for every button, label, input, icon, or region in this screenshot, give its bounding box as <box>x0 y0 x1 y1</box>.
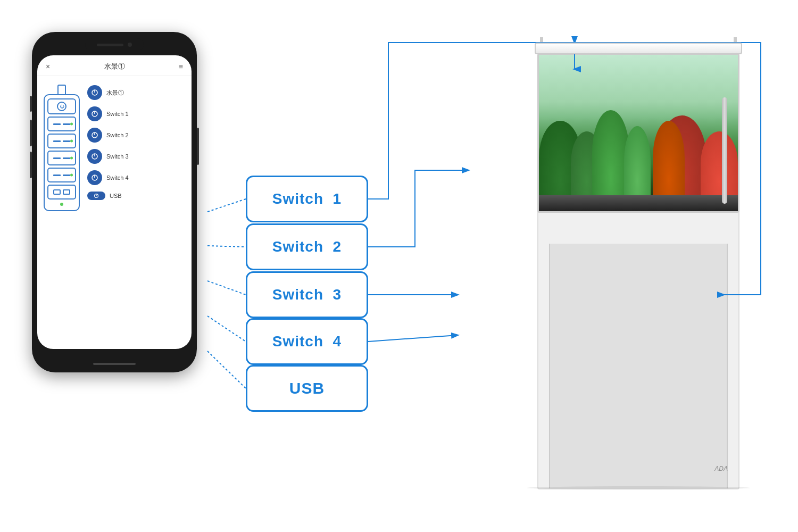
strip-body: ⏻ <box>44 94 80 211</box>
filter-tube <box>722 97 727 204</box>
switch-1-box-label: Switch 1 <box>272 190 342 207</box>
usb-button[interactable] <box>87 192 105 200</box>
plant-7 <box>653 121 685 195</box>
usb-box: USB <box>246 365 368 412</box>
switch-3-item[interactable]: Switch 3 <box>86 146 186 167</box>
svg-line-15 <box>207 316 246 342</box>
power-strip-illustration: ⏻ <box>43 80 81 211</box>
power-button[interactable] <box>197 128 199 165</box>
main-power-button[interactable] <box>87 85 102 100</box>
outlet-1-dot <box>70 123 73 126</box>
speaker <box>97 44 123 46</box>
switch-2-item[interactable]: Switch 2 <box>86 125 186 145</box>
usb-port-1 <box>53 189 61 195</box>
outlet-2 <box>47 134 76 148</box>
outlet-4-dot <box>70 174 73 177</box>
plant-6 <box>701 131 738 195</box>
main-power-icon: ⏻ <box>57 102 66 111</box>
strip-led <box>60 203 63 206</box>
usb-box-label: USB <box>289 379 325 397</box>
main-switch-item[interactable]: 水景① <box>86 82 186 103</box>
aquarium-tank <box>537 53 739 213</box>
outlet-usb <box>47 185 76 200</box>
usb-item[interactable]: USB <box>86 189 186 203</box>
switch-4-label: Switch 4 <box>106 174 129 181</box>
svg-line-14 <box>207 281 246 295</box>
light-bar <box>535 43 742 54</box>
aquarium-setup: ADA <box>500 21 777 489</box>
phone-notch <box>85 38 144 51</box>
strip-connector <box>57 85 66 94</box>
outlet-3 <box>47 151 76 165</box>
app-header: × 水景① ≡ <box>37 55 192 76</box>
main-outlet: ⏻ <box>47 98 76 114</box>
tank-gravel <box>539 195 738 211</box>
main-switch-label: 水景① <box>106 89 124 97</box>
switch-1-button[interactable] <box>87 106 102 121</box>
switch-2-label: Switch 2 <box>106 132 129 138</box>
phone-body: × 水景① ≡ ⏻ <box>32 32 197 372</box>
switch-3-button[interactable] <box>87 149 102 164</box>
phone-screen: × 水景① ≡ ⏻ <box>37 55 192 349</box>
svg-line-13 <box>207 246 246 247</box>
switch-3-label: Switch 3 <box>106 153 129 160</box>
switch-2-box: Switch 2 <box>246 223 368 270</box>
switch-3-box: Switch 3 <box>246 271 368 318</box>
stand-shadow <box>527 486 750 489</box>
switch-4-box-label: Switch 4 <box>272 333 342 350</box>
svg-line-12 <box>207 199 246 212</box>
switch-4-button[interactable] <box>87 170 102 185</box>
plant-layer <box>539 89 738 195</box>
menu-button[interactable]: ≡ <box>179 62 183 71</box>
switch-1-item[interactable]: Switch 1 <box>86 104 186 124</box>
switch-4-box: Switch 4 <box>246 318 368 365</box>
usb-label: USB <box>110 193 122 199</box>
aquarium-stand: ADA <box>537 207 739 489</box>
switch-3-box-label: Switch 3 <box>272 286 342 303</box>
switch-2-box-label: Switch 2 <box>272 238 342 255</box>
volume-down-button[interactable] <box>30 152 32 178</box>
front-camera <box>128 43 132 47</box>
outlet-1 <box>47 117 76 131</box>
stand-inner <box>549 244 728 488</box>
switch-4-item[interactable]: Switch 4 <box>86 168 186 188</box>
usb-port-2 <box>63 189 70 195</box>
switch-1-label: Switch 1 <box>106 111 129 117</box>
switch-list: 水景① Switch 1 <box>86 80 186 211</box>
outlet-3-dot <box>70 157 73 160</box>
volume-up-button[interactable] <box>30 120 32 146</box>
svg-line-16 <box>207 351 246 388</box>
switch-1-box: Switch 1 <box>246 176 368 222</box>
ada-logo: ADA <box>714 465 728 472</box>
close-button[interactable]: × <box>46 62 50 71</box>
switch-2-button[interactable] <box>87 128 102 143</box>
home-indicator[interactable] <box>93 363 136 365</box>
outlet-2-dot <box>70 140 73 143</box>
plant-4 <box>624 126 651 195</box>
phone: × 水景① ≡ ⏻ <box>32 32 197 372</box>
app-title: 水景① <box>104 62 125 71</box>
app-body: ⏻ <box>37 76 192 215</box>
outlet-4 <box>47 168 76 182</box>
mute-button[interactable] <box>30 96 32 112</box>
